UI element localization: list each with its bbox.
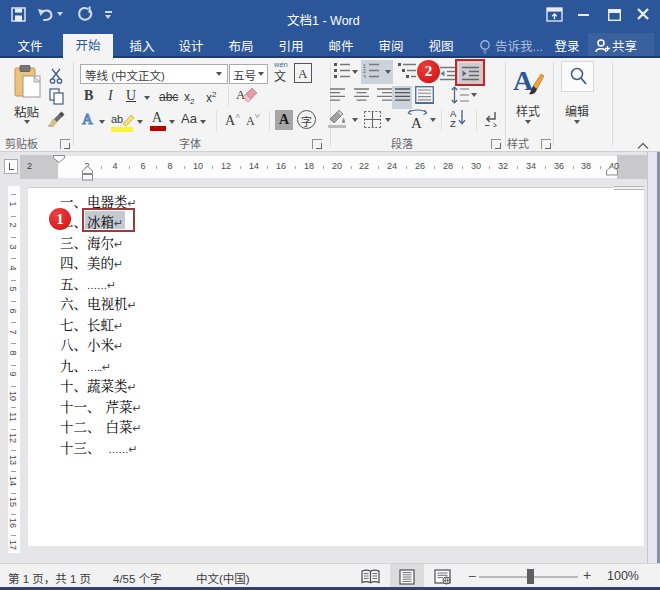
svg-text:ab: ab (111, 113, 123, 125)
svg-text:Z: Z (450, 118, 456, 128)
svg-text:3: 3 (363, 74, 366, 79)
svg-text:A: A (411, 115, 422, 130)
svg-text:A: A (236, 87, 246, 102)
